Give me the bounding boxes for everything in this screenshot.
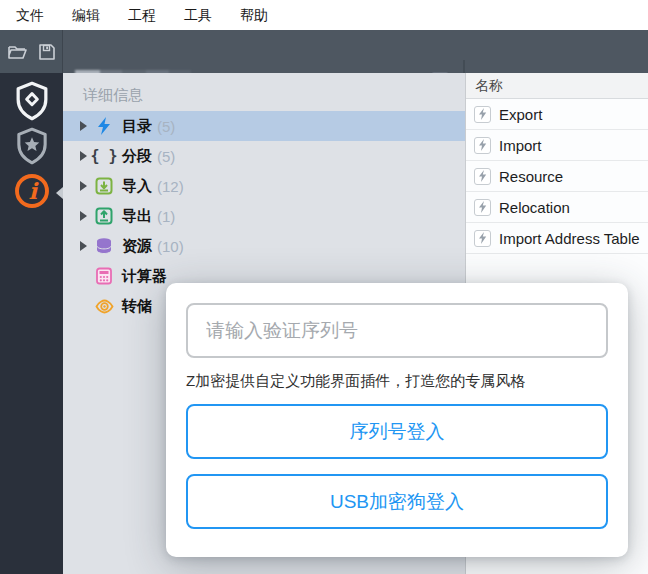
tree-item-count: (5) <box>157 148 175 165</box>
usb-dongle-login-button[interactable]: USB加密狗登入 <box>186 474 608 529</box>
list-row-resource[interactable]: Resource <box>466 161 648 192</box>
import-icon <box>92 177 116 195</box>
list-row-label: Import Address Table <box>499 230 640 247</box>
serial-number-input[interactable] <box>186 303 608 358</box>
bolt-badge-icon <box>474 199 491 216</box>
list-row-relocation[interactable]: Relocation <box>466 192 648 223</box>
save-icon[interactable] <box>38 43 56 61</box>
braces-icon: { } <box>92 147 116 165</box>
license-login-dialog: Z加密提供自定义功能界面插件，打造您的专属风格 序列号登入 USB加密狗登入 <box>166 283 628 557</box>
chevron-right-icon[interactable] <box>80 241 87 251</box>
menu-tools[interactable]: 工具 <box>170 0 226 30</box>
shield-diamond-button[interactable] <box>0 80 63 125</box>
list-row-label: Relocation <box>499 199 570 216</box>
bolt-badge-icon <box>474 106 491 123</box>
tree-item-count: (1) <box>157 208 175 225</box>
tree-item-segments[interactable]: { } 分段 (5) <box>63 141 465 171</box>
info-button[interactable]: i <box>0 170 63 215</box>
menu-bar: 文件 编辑 工程 工具 帮助 <box>0 0 648 30</box>
shield-star-button[interactable] <box>0 125 63 170</box>
list-column-header: 名称 <box>466 73 648 99</box>
tree-item-count: (12) <box>157 178 184 195</box>
list-row-export[interactable]: Export <box>466 99 648 130</box>
chevron-right-icon[interactable] <box>80 121 87 131</box>
tree-item-label: 资源 <box>122 237 152 256</box>
open-folder-icon[interactable] <box>7 43 28 61</box>
bolt-badge-icon <box>474 137 491 154</box>
dialog-description: Z加密提供自定义功能界面插件，打造您的专属风格 <box>186 372 608 391</box>
menu-edit[interactable]: 编辑 <box>58 0 114 30</box>
list-row-import[interactable]: Import <box>466 130 648 161</box>
serial-login-button[interactable]: 序列号登入 <box>186 404 608 459</box>
list-row-label: Import <box>499 137 542 154</box>
menu-help[interactable]: 帮助 <box>226 0 282 30</box>
export-icon <box>92 207 116 225</box>
bolt-badge-icon <box>474 230 491 247</box>
toolbar-file-group <box>0 30 63 73</box>
menu-project[interactable]: 工程 <box>114 0 170 30</box>
list-row-import-address-table[interactable]: Import Address Table <box>466 223 648 254</box>
tree-item-label: 目录 <box>122 117 152 136</box>
shield-diamond-icon <box>13 81 51 125</box>
calculator-icon <box>92 267 116 285</box>
list-row-label: Export <box>499 106 542 123</box>
tree-item-count: (5) <box>157 118 175 135</box>
tree-item-imports[interactable]: 导入 (12) <box>63 171 465 201</box>
eye-icon <box>92 299 116 314</box>
svg-text:i: i <box>28 178 39 204</box>
info-icon: i <box>14 173 50 213</box>
database-icon <box>92 237 116 255</box>
tree-item-label: 转储 <box>122 297 152 316</box>
bolt-icon <box>92 117 116 135</box>
list-row-label: Resource <box>499 168 563 185</box>
tree-item-label: 计算器 <box>122 267 167 286</box>
tree-item-resources[interactable]: 资源 (10) <box>63 231 465 261</box>
tree-item-exports[interactable]: 导出 (1) <box>63 201 465 231</box>
chevron-right-icon[interactable] <box>80 181 87 191</box>
chevron-right-icon[interactable] <box>80 211 87 221</box>
bolt-badge-icon <box>474 168 491 185</box>
tree-panel-title: 详细信息 <box>63 73 465 111</box>
tree-item-directory[interactable]: 目录 (5) <box>63 111 465 141</box>
menu-file[interactable]: 文件 <box>2 0 58 30</box>
left-dock: i <box>0 73 63 574</box>
toolbar: 前往地址 <box>0 30 648 73</box>
tree-item-label: 分段 <box>122 147 152 166</box>
tree-item-label: 导入 <box>122 177 152 196</box>
shield-star-icon <box>14 127 50 169</box>
tree-item-count: (10) <box>157 238 184 255</box>
panel-callout-arrow <box>56 187 63 199</box>
chevron-right-icon[interactable] <box>80 151 87 161</box>
tree-item-label: 导出 <box>122 207 152 226</box>
